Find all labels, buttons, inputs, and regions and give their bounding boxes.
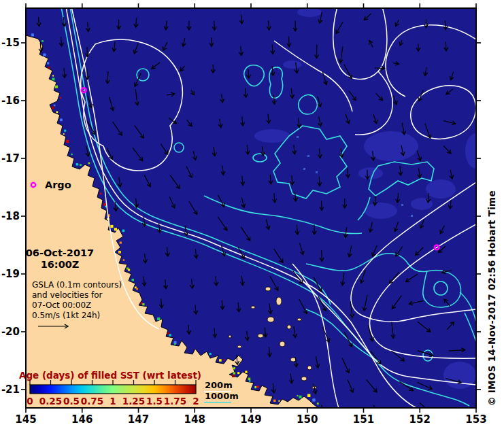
sst-age-speckle xyxy=(63,133,65,135)
x-axis-label: 151 xyxy=(353,413,374,426)
sst-age-patch xyxy=(365,203,397,219)
sst-age-speckle xyxy=(52,107,54,109)
y-axis-label: -20 xyxy=(1,326,20,338)
sst-age-speckle xyxy=(245,371,247,373)
velocity-arrow xyxy=(397,408,403,417)
sst-age-speckle xyxy=(249,380,250,381)
gsla-note-line4: 0.5m/s (1kt 24h) xyxy=(32,311,100,320)
sst-age-speckle xyxy=(297,395,298,396)
sst-age-speckle xyxy=(174,343,175,345)
velocity-arrow xyxy=(444,409,453,417)
y-axis-label: -16 xyxy=(1,94,20,107)
sst-age-speckle xyxy=(256,385,258,387)
sst-age-speckle xyxy=(56,111,58,114)
velocity-arrow xyxy=(446,42,446,51)
sst-age-speckle xyxy=(118,252,120,254)
island xyxy=(237,345,241,348)
island xyxy=(267,317,274,322)
island xyxy=(265,287,271,291)
colorbar-gradient-bar xyxy=(30,385,196,394)
x-axis-label: 152 xyxy=(409,413,431,426)
gsla-note-line3: 07-Oct 00:00Z xyxy=(32,300,91,310)
sst-age-speckle xyxy=(123,259,124,260)
colorbar-tick-labels: 00.250.50.7511.251.51.752 xyxy=(27,396,199,407)
x-axis-label: 153 xyxy=(465,413,486,426)
sst-age-speckle xyxy=(122,230,125,232)
sst-age-speckle xyxy=(317,402,319,404)
y-axis-label: -17 xyxy=(1,152,20,165)
velocity-arrow xyxy=(289,37,290,47)
colorbar-tick-label: 1.25 xyxy=(122,396,145,407)
argo-float-marker-center xyxy=(436,247,437,248)
island xyxy=(276,297,282,305)
sst-age-speckle xyxy=(100,193,102,195)
island xyxy=(287,325,291,329)
y-axis-label: -19 xyxy=(1,268,20,280)
sst-age-speckle xyxy=(64,130,66,132)
sst-age-speckle xyxy=(52,75,54,76)
sst-age-colorbar: Age (days) of filled SST (wrt latest) 00… xyxy=(19,370,201,407)
island xyxy=(229,335,231,338)
sst-age-speckle xyxy=(233,367,235,369)
sst-age-speckle xyxy=(136,288,138,290)
velocity-arrow xyxy=(322,201,322,210)
sst-age-speckle xyxy=(41,40,44,42)
gsla-note-line1: GSLA (0.1m contours) xyxy=(32,280,122,290)
timestamp-date: 06-Oct-2017 xyxy=(26,247,94,258)
depth-legend-200m-label: 200m xyxy=(205,380,233,390)
velocity-arrow xyxy=(340,409,343,419)
sst-age-speckle xyxy=(88,162,90,165)
sst-age-patch xyxy=(283,61,302,69)
sst-age-patch xyxy=(358,167,383,179)
sst-age-speckle xyxy=(76,163,78,165)
depth-legend-1000m-label: 1000m xyxy=(205,391,239,401)
sst-age-speckle xyxy=(110,225,113,228)
sst-age-speckle xyxy=(71,154,72,155)
colorbar-tick-label: 0.75 xyxy=(81,396,103,407)
sst-age-patch xyxy=(426,179,456,199)
island xyxy=(280,341,285,347)
sst-age-speckle xyxy=(60,97,61,99)
colorbar-tick-label: 0 xyxy=(27,396,33,407)
sst-age-speckle xyxy=(31,33,34,36)
sst-age-dot xyxy=(316,171,318,173)
island xyxy=(290,358,296,362)
sst-age-speckle xyxy=(299,396,301,398)
sst-age-speckle xyxy=(48,67,50,69)
sst-age-speckle xyxy=(135,287,137,289)
sst-age-dot xyxy=(303,168,305,170)
sst-age-dot xyxy=(411,215,413,217)
sst-age-speckle xyxy=(307,394,310,397)
island xyxy=(258,334,263,338)
sst-age-dot xyxy=(297,136,299,138)
sst-age-speckle xyxy=(47,62,49,64)
colorbar-tick-label: 0.25 xyxy=(39,396,62,407)
island xyxy=(297,318,301,321)
argo-legend-label: Argo xyxy=(45,179,71,190)
sst-age-speckle xyxy=(114,228,117,230)
x-axis-label: 145 xyxy=(15,413,36,426)
sst-age-speckle xyxy=(209,353,212,355)
sst-age-speckle xyxy=(60,119,63,122)
colorbar-tick-label: 1 xyxy=(110,396,116,407)
sst-age-speckle xyxy=(80,164,82,166)
sst-age-speckle xyxy=(169,334,171,336)
colorbar-tick-label: 1.75 xyxy=(164,396,186,407)
colorbar-tick-label: 2 xyxy=(192,396,199,407)
velocity-arrow xyxy=(367,170,368,179)
sst-age-speckle xyxy=(312,398,315,401)
sst-age-speckle xyxy=(248,378,251,381)
gsla-note-line2: and velocities for xyxy=(32,290,103,300)
sst-age-speckle xyxy=(273,400,275,402)
sst-age-dot xyxy=(307,155,309,157)
sst-age-speckle xyxy=(233,372,235,374)
y-axis-label: -21 xyxy=(1,383,20,396)
island xyxy=(307,366,312,370)
colorbar-tick-label: 0.5 xyxy=(63,396,80,407)
y-axis-label: -18 xyxy=(1,210,20,222)
sst-age-speckle xyxy=(132,279,135,281)
sst-age-speckle xyxy=(157,317,160,320)
argo-float-marker-center xyxy=(83,90,84,91)
velocity-arrow xyxy=(322,250,322,261)
sst-age-speckle xyxy=(105,206,106,207)
